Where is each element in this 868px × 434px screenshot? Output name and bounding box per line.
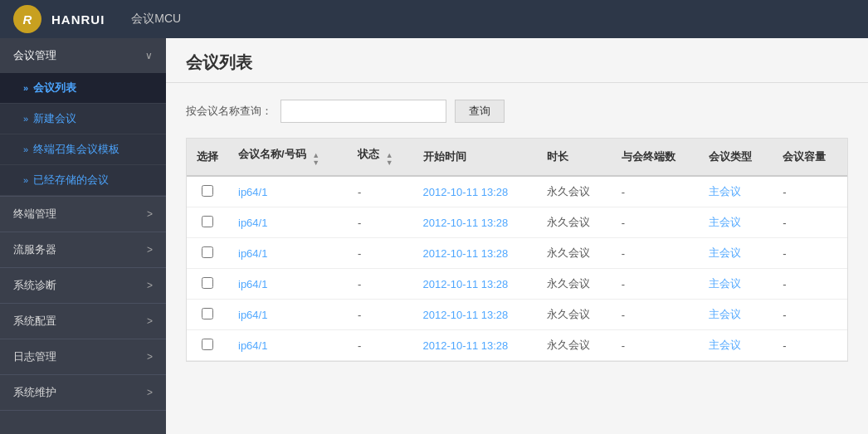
sidebar: 会议管理 ∨ » 会议列表 » 新建会议 » 终端召集会议模板 » 已 xyxy=(0,38,166,434)
row-checkbox-1[interactable] xyxy=(202,216,213,227)
sidebar-section-header-log-mgmt[interactable]: 日志管理 > xyxy=(0,339,166,374)
row-start-time-3[interactable]: 2012-10-11 13:28 xyxy=(413,269,537,300)
chevron-icon-conference-list: » xyxy=(23,83,28,93)
page-title: 会议列表 xyxy=(186,51,848,74)
row-terminals-4: - xyxy=(612,300,699,330)
sidebar-section-label-log-mgmt: 日志管理 xyxy=(13,349,56,364)
table-header-row: 选择 会议名称/号码 ▲▼ 状态 ▲▼ 开始时间 xyxy=(187,139,847,176)
row-type-0[interactable]: 主会议 xyxy=(699,176,773,207)
sidebar-section-label-sys-diagnosis: 系统诊断 xyxy=(13,278,56,293)
row-terminals-0: - xyxy=(612,176,699,207)
sidebar-section-arrow-conference-mgmt: ∨ xyxy=(145,50,153,61)
row-capacity-4: - xyxy=(773,300,847,330)
chevron-icon-saved-conferences: » xyxy=(23,175,28,185)
row-type-5[interactable]: 主会议 xyxy=(699,330,773,361)
row-status-3: - xyxy=(348,269,413,300)
row-start-time-2[interactable]: 2012-10-11 13:28 xyxy=(413,238,537,269)
row-capacity-3: - xyxy=(773,269,847,300)
sidebar-section-header-sys-maintenance[interactable]: 系统维护 > xyxy=(0,375,166,410)
row-capacity-2: - xyxy=(773,238,847,269)
sidebar-section-terminal-mgmt: 终端管理 > xyxy=(0,197,166,232)
main-content: 按会议名称查询： 查询 选择 会议名称/号码 ▲▼ xyxy=(166,83,868,378)
row-name-0[interactable]: ip64/1 xyxy=(228,176,348,207)
search-bar: 按会议名称查询： 查询 xyxy=(186,100,848,123)
search-button[interactable]: 查询 xyxy=(455,100,505,123)
row-checkbox-5[interactable] xyxy=(202,339,213,350)
row-checkbox-cell xyxy=(187,330,228,361)
row-type-2[interactable]: 主会议 xyxy=(699,238,773,269)
col-type: 会议类型 xyxy=(699,139,773,176)
sidebar-item-new-conference[interactable]: » 新建会议 xyxy=(0,104,166,134)
sidebar-section-header-terminal-mgmt[interactable]: 终端管理 > xyxy=(0,197,166,232)
row-terminals-5: - xyxy=(612,330,699,361)
sidebar-section-arrow-stream-server: > xyxy=(147,244,153,256)
row-duration-0: 永久会议 xyxy=(537,176,612,207)
row-name-5[interactable]: ip64/1 xyxy=(228,330,348,361)
sidebar-item-label-saved-conferences: 已经存储的会议 xyxy=(33,173,109,188)
row-name-2[interactable]: ip64/1 xyxy=(228,238,348,269)
table-row: ip64/1 - 2012-10-11 13:28 永久会议 - 主会议 - xyxy=(187,207,847,238)
sidebar-item-label-terminal-template: 终端召集会议模板 xyxy=(33,142,119,157)
sidebar-section-header-sys-config[interactable]: 系统配置 > xyxy=(0,304,166,339)
sidebar-section-arrow-log-mgmt: > xyxy=(147,351,153,363)
row-start-time-5[interactable]: 2012-10-11 13:28 xyxy=(413,330,537,361)
sidebar-section-stream-server: 流服务器 > xyxy=(0,232,166,268)
row-status-1: - xyxy=(348,207,413,238)
header-subtitle: 会议MCU xyxy=(131,12,181,27)
row-duration-3: 永久会议 xyxy=(537,269,612,300)
row-checkbox-0[interactable] xyxy=(202,185,213,197)
row-terminals-2: - xyxy=(612,238,699,269)
row-checkbox-3[interactable] xyxy=(202,277,213,289)
row-start-time-0[interactable]: 2012-10-11 13:28 xyxy=(413,176,537,207)
row-checkbox-2[interactable] xyxy=(202,246,213,258)
row-duration-4: 永久会议 xyxy=(537,300,612,330)
sort-arrows-name: ▲▼ xyxy=(312,152,319,167)
row-status-5: - xyxy=(348,330,413,361)
search-input[interactable] xyxy=(280,100,446,123)
main-title-bar: 会议列表 xyxy=(166,38,868,83)
table-body: ip64/1 - 2012-10-11 13:28 永久会议 - 主会议 - i… xyxy=(187,176,847,361)
row-type-1[interactable]: 主会议 xyxy=(699,207,773,238)
col-name[interactable]: 会议名称/号码 ▲▼ xyxy=(228,139,348,176)
table-row: ip64/1 - 2012-10-11 13:28 永久会议 - 主会议 - xyxy=(187,269,847,300)
sidebar-section-label-sys-maintenance: 系统维护 xyxy=(13,385,56,400)
chevron-icon-terminal-template: » xyxy=(23,144,28,154)
table-row: ip64/1 - 2012-10-11 13:28 永久会议 - 主会议 - xyxy=(187,300,847,330)
row-status-2: - xyxy=(348,238,413,269)
row-checkbox-4[interactable] xyxy=(202,308,213,319)
row-type-4[interactable]: 主会议 xyxy=(699,300,773,330)
brand-name: HANRUI xyxy=(51,12,105,27)
sidebar-section-header-conference-mgmt[interactable]: 会议管理 ∨ xyxy=(0,38,166,73)
sidebar-section-conference-mgmt: 会议管理 ∨ » 会议列表 » 新建会议 » 终端召集会议模板 » 已 xyxy=(0,38,166,197)
sidebar-item-conference-list[interactable]: » 会议列表 xyxy=(0,73,166,104)
sidebar-item-terminal-template[interactable]: » 终端召集会议模板 xyxy=(0,134,166,165)
row-name-4[interactable]: ip64/1 xyxy=(228,300,348,330)
app-header: R HANRUI 会议MCU xyxy=(0,0,868,38)
row-capacity-1: - xyxy=(773,207,847,238)
sidebar-item-label-new-conference: 新建会议 xyxy=(33,111,76,126)
row-name-3[interactable]: ip64/1 xyxy=(228,269,348,300)
sidebar-section-sys-config: 系统配置 > xyxy=(0,304,166,339)
sidebar-section-sys-diagnosis: 系统诊断 > xyxy=(0,268,166,304)
sidebar-section-header-sys-diagnosis[interactable]: 系统诊断 > xyxy=(0,268,166,303)
col-status[interactable]: 状态 ▲▼ xyxy=(348,139,413,176)
sidebar-item-saved-conferences[interactable]: » 已经存储的会议 xyxy=(0,165,166,196)
sort-arrows-status: ▲▼ xyxy=(386,152,393,167)
table-row: ip64/1 - 2012-10-11 13:28 永久会议 - 主会议 - xyxy=(187,330,847,361)
row-checkbox-cell xyxy=(187,300,228,330)
conference-table-wrapper: 选择 会议名称/号码 ▲▼ 状态 ▲▼ 开始时间 xyxy=(186,138,848,362)
row-name-1[interactable]: ip64/1 xyxy=(228,207,348,238)
col-terminals: 与会终端数 xyxy=(612,139,699,176)
row-duration-1: 永久会议 xyxy=(537,207,612,238)
col-start-time: 开始时间 xyxy=(413,139,537,176)
sidebar-section-label-terminal-mgmt: 终端管理 xyxy=(13,207,56,222)
row-start-time-1[interactable]: 2012-10-11 13:28 xyxy=(413,207,537,238)
row-terminals-1: - xyxy=(612,207,699,238)
sidebar-section-header-stream-server[interactable]: 流服务器 > xyxy=(0,232,166,267)
row-type-3[interactable]: 主会议 xyxy=(699,269,773,300)
row-duration-5: 永久会议 xyxy=(537,330,612,361)
row-start-time-4[interactable]: 2012-10-11 13:28 xyxy=(413,300,537,330)
sidebar-section-arrow-sys-config: > xyxy=(147,315,153,327)
main-content-area: 会议列表 按会议名称查询： 查询 选择 xyxy=(166,38,868,434)
row-status-4: - xyxy=(348,300,413,330)
